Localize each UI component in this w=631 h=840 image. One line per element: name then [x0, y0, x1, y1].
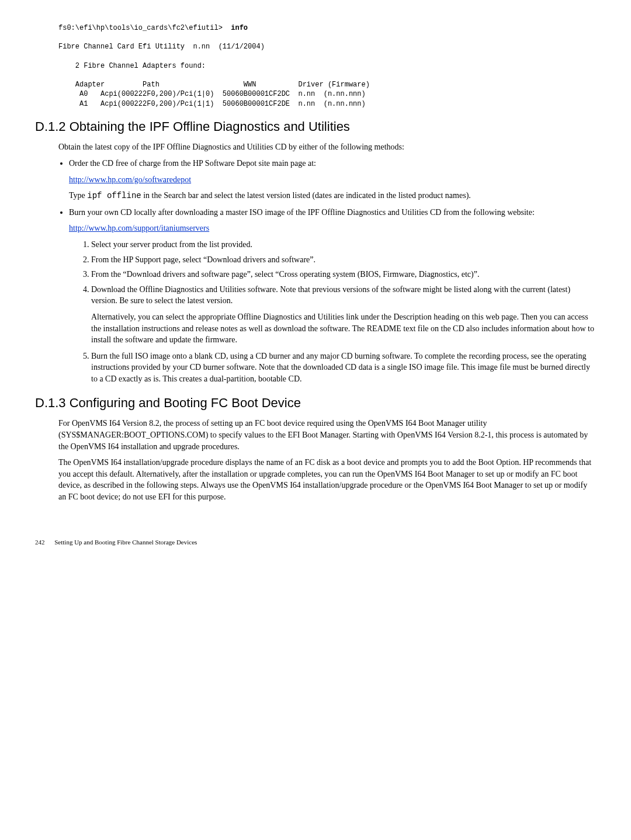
bullet-text: Order the CD free of charge from the HP … [69, 159, 316, 168]
paragraph: Alternatively, you can select the approp… [91, 311, 596, 346]
paragraph: The OpenVMS I64 installation/upgrade pro… [58, 457, 596, 502]
heading-d13: D.1.3 Configuring and Booting FC Boot De… [35, 394, 596, 412]
prompt: fs0:\efi\hp\tools\io_cards\fc2\efiutil> [58, 24, 231, 32]
list-item: Burn the full ISO image onto a blank CD,… [91, 350, 596, 385]
page-number: 242 [35, 539, 45, 546]
bullet-list: Order the CD free of charge from the HP … [58, 158, 596, 385]
footer-title: Setting Up and Booting Fibre Channel Sto… [54, 539, 197, 546]
command: info [231, 24, 248, 32]
link-itaniumservers[interactable]: http://www.hp.com/support/itaniumservers [69, 224, 209, 232]
code-line: A0 Acpi(000222F0,200)/Pci(1|0) 50060B000… [58, 90, 366, 98]
code-line: Adapter Path WWN Driver (Firmware) [58, 81, 370, 89]
code-line: 2 Fibre Channel Adapters found: [58, 62, 206, 70]
bullet-text: Burn your own CD locally after downloadi… [69, 208, 535, 217]
numbered-list: Select your server product from the list… [81, 239, 596, 385]
paragraph: For OpenVMS I64 Version 8.2, the process… [58, 418, 596, 452]
list-item: Burn your own CD locally after downloadi… [69, 207, 596, 385]
text: Type [69, 191, 87, 200]
text: Download the Offline Diagnostics and Uti… [91, 285, 570, 306]
page-footer: 242 Setting Up and Booting Fibre Channel… [35, 538, 596, 547]
code-line: A1 Acpi(000222F0,200)/Pci(1|1) 50060B000… [58, 100, 366, 108]
list-item: From the “Download drivers and software … [91, 269, 596, 280]
heading-d12: D.1.2 Obtaining the IPF Offline Diagnost… [35, 118, 596, 136]
inline-code: ipf offline [87, 191, 141, 200]
list-item: From the HP Support page, select “Downlo… [91, 254, 596, 266]
code-line: Fibre Channel Card Efi Utility n.nn (11/… [58, 43, 265, 51]
paragraph: Obtain the latest copy of the IPF Offlin… [58, 141, 596, 153]
link-softwaredepot[interactable]: http://www.hp.com/go/softwaredepot [69, 175, 191, 184]
list-item: Download the Offline Diagnostics and Uti… [91, 284, 596, 346]
text: in the Search bar and select the latest … [141, 191, 471, 200]
terminal-output: fs0:\efi\hp\tools\io_cards\fc2\efiutil> … [58, 23, 596, 109]
list-item: Select your server product from the list… [91, 239, 596, 251]
list-item: Order the CD free of charge from the HP … [69, 158, 596, 202]
